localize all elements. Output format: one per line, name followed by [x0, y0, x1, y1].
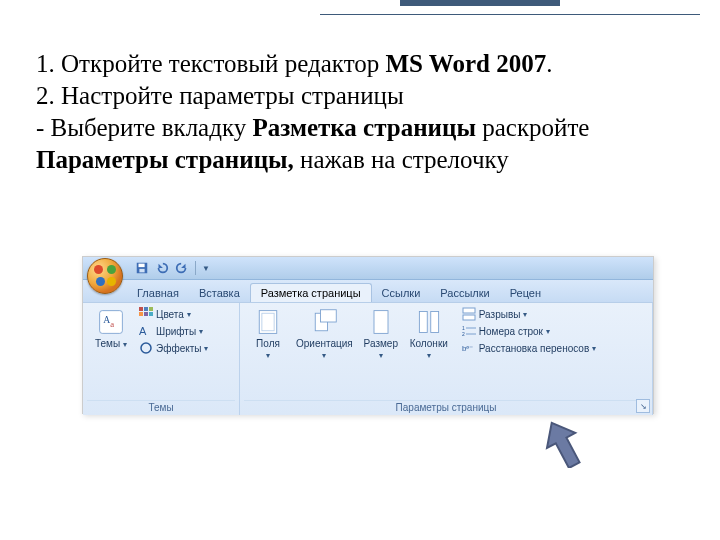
breaks-label: Разрывы [479, 309, 521, 320]
colors-label: Цвета [156, 309, 184, 320]
svg-rect-6 [139, 307, 143, 311]
orientation-button[interactable]: Ориентация▾ [292, 306, 357, 363]
ribbon-tabs: Главная Вставка Разметка страницы Ссылки… [83, 280, 653, 303]
svg-rect-17 [321, 310, 337, 322]
t3a: - Выберите вкладку [36, 114, 252, 141]
svg-rect-22 [463, 315, 475, 320]
group-themes: Aa Темы ▾ Цвета ▾ A Шрифты ▾ Эфф [83, 303, 240, 415]
size-label: Размер▾ [364, 338, 398, 361]
theme-effects-button[interactable]: Эффекты ▾ [137, 340, 210, 356]
tab-review[interactable]: Рецен [500, 284, 551, 302]
themes-label: Темы ▾ [95, 338, 127, 350]
breaks-icon [462, 307, 476, 321]
tab-page-layout[interactable]: Разметка страницы [250, 283, 372, 302]
orientation-icon [310, 308, 338, 336]
margins-icon [254, 308, 282, 336]
columns-icon [415, 308, 443, 336]
svg-rect-7 [144, 307, 148, 311]
hyphenation-label: Расстановка переносов [479, 343, 589, 354]
page-setup-dialog-launcher[interactable]: ↘ [636, 399, 650, 413]
callout-arrow-icon [545, 420, 581, 468]
orientation-label: Ориентация▾ [296, 338, 353, 361]
svg-rect-8 [149, 307, 153, 311]
group-page-setup: Поля▾ Ориентация▾ Размер▾ Колонки▾ [240, 303, 653, 415]
svg-point-13 [141, 343, 151, 353]
theme-colors-button[interactable]: Цвета ▾ [137, 306, 210, 322]
theme-fonts-button[interactable]: A Шрифты ▾ [137, 323, 210, 339]
svg-rect-10 [144, 312, 148, 316]
t1a: 1. Откройте текстовый редактор [36, 50, 386, 77]
t2: 2. Настройте параметры страницы [36, 82, 404, 109]
title-bar: ▼ [83, 257, 653, 280]
svg-rect-9 [139, 312, 143, 316]
svg-rect-19 [419, 312, 427, 333]
qat-redo-icon[interactable] [175, 261, 189, 275]
margins-label: Поля▾ [256, 338, 280, 361]
themes-button[interactable]: Aa Темы ▾ [87, 306, 135, 352]
qat-separator [195, 261, 196, 275]
header-rule [320, 14, 700, 15]
line-numbers-button[interactable]: 12 Номера строк ▾ [460, 323, 598, 339]
tab-mailings[interactable]: Рассылки [430, 284, 499, 302]
themes-group-title: Темы [87, 400, 235, 415]
svg-rect-11 [149, 312, 153, 316]
t1b: MS Word 2007 [386, 50, 547, 77]
svg-rect-18 [374, 311, 388, 334]
svg-rect-20 [431, 312, 439, 333]
svg-rect-1 [139, 264, 145, 268]
t3b1: Разметка страницы [252, 114, 475, 141]
fonts-label: Шрифты [156, 326, 196, 337]
svg-rect-2 [139, 269, 144, 273]
margins-button[interactable]: Поля▾ [244, 306, 292, 363]
tab-home[interactable]: Главная [127, 284, 189, 302]
line-numbers-icon: 12 [462, 324, 476, 338]
qat-customize-icon[interactable]: ▼ [202, 264, 210, 273]
t3p: нажав на стрелочку [294, 146, 509, 173]
quick-access-toolbar: ▼ [135, 261, 210, 275]
tab-insert[interactable]: Вставка [189, 284, 250, 302]
size-button[interactable]: Размер▾ [357, 306, 405, 363]
themes-icon: Aa [97, 308, 125, 336]
svg-text:A: A [103, 314, 110, 325]
office-button[interactable] [87, 258, 123, 294]
effects-icon [139, 341, 153, 355]
t3m: раскройте [476, 114, 590, 141]
svg-text:a: a [110, 319, 114, 329]
header-accent [400, 0, 560, 6]
hyphenation-icon: bᵃ⁻ [462, 341, 476, 355]
fonts-icon: A [139, 324, 153, 338]
size-icon [367, 308, 395, 336]
breaks-button[interactable]: Разрывы ▾ [460, 306, 598, 322]
qat-undo-icon[interactable] [155, 261, 169, 275]
svg-rect-21 [463, 308, 475, 313]
page-setup-group-title: Параметры страницы [244, 400, 648, 415]
columns-label: Колонки▾ [410, 338, 448, 361]
hyphenation-button[interactable]: bᵃ⁻ Расстановка переносов ▾ [460, 340, 598, 356]
svg-text:bᵃ⁻: bᵃ⁻ [462, 344, 473, 353]
columns-button[interactable]: Колонки▾ [405, 306, 453, 363]
line-numbers-label: Номера строк [479, 326, 543, 337]
effects-label: Эффекты [156, 343, 201, 354]
qat-save-icon[interactable] [135, 261, 149, 275]
colors-icon [139, 307, 153, 321]
word-ribbon-screenshot: ▼ Главная Вставка Разметка страницы Ссыл… [82, 256, 654, 414]
svg-text:2: 2 [462, 331, 465, 337]
t3b2: Параметры страницы, [36, 146, 294, 173]
ribbon-body: Aa Темы ▾ Цвета ▾ A Шрифты ▾ Эфф [83, 303, 653, 415]
svg-text:A: A [139, 325, 147, 337]
instruction-text: 1. Откройте текстовый редактор MS Word 2… [36, 48, 676, 176]
tab-references[interactable]: Ссылки [372, 284, 431, 302]
t1c: . [546, 50, 552, 77]
